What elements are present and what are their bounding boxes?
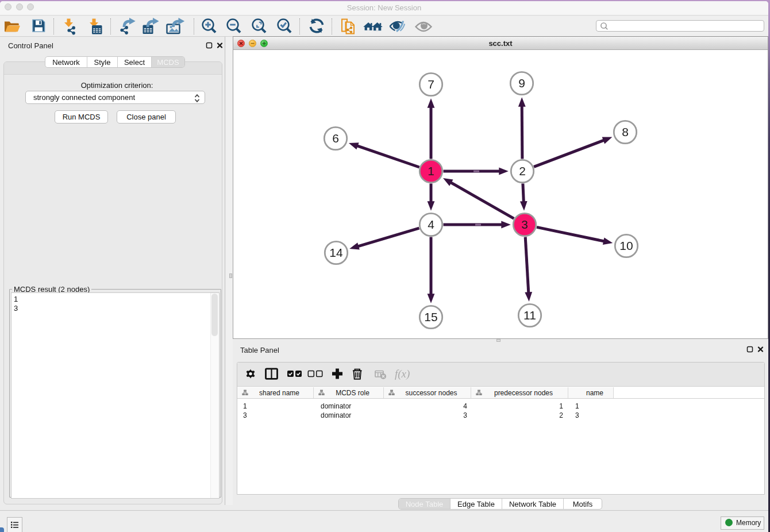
svg-text:7: 7	[428, 78, 434, 91]
svg-text:2: 2	[519, 164, 526, 178]
svg-text:15: 15	[424, 310, 437, 323]
svg-text:10: 10	[619, 239, 633, 252]
svg-text:11: 11	[523, 309, 536, 322]
svg-text:9: 9	[518, 76, 525, 90]
svg-text:6: 6	[332, 132, 339, 145]
svg-text:f(x): f(x)	[395, 368, 410, 380]
svg-text:3: 3	[521, 218, 528, 231]
svg-text:8: 8	[622, 125, 629, 138]
svg-text:1: 1	[428, 164, 434, 178]
svg-text:14: 14	[329, 246, 343, 259]
svg-text:4: 4	[428, 218, 434, 231]
